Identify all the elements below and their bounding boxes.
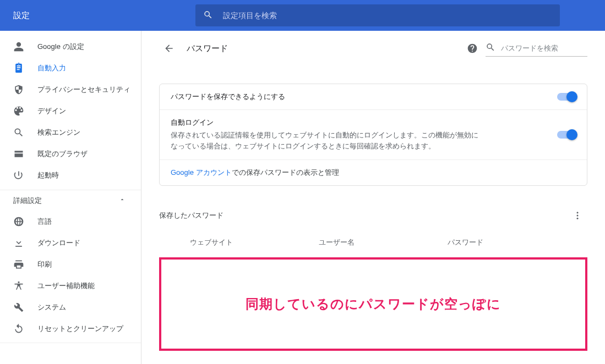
row-subtitle: 保存されている認証情報を使用してウェブサイトに自動的にログインします。この機能が… [171,130,484,152]
sidebar: Google の設定 自動入力 プライバシーとセキュリティ デザイン 検索エンジ… [0,31,141,364]
annotation-overlay: 同期しているのにパスワードが空っぽに [159,257,587,351]
password-search[interactable] [486,40,587,57]
clipboard-icon [13,63,24,74]
link-tail: での保存パスワードの表示と管理 [232,168,339,177]
sidebar-item-reset[interactable]: リセットとクリーンアップ [0,318,141,339]
search-icon [203,10,213,21]
sidebar-item-label: 言語 [24,217,52,227]
global-search-input[interactable] [213,11,552,20]
browser-icon [13,148,24,159]
chevron-up-icon [119,196,126,205]
person-icon [13,41,24,52]
search-icon [486,42,495,54]
svg-point-1 [577,215,579,217]
restore-icon [13,323,24,334]
palette-icon [13,106,24,117]
sidebar-item-default-browser[interactable]: 既定のブラウザ [0,144,141,165]
col-username: ユーザー名 [319,238,448,247]
sidebar-item-label: 起動時 [24,170,59,180]
sidebar-item-label: ユーザー補助機能 [24,281,95,291]
sidebar-item-label: リセットとクリーンアップ [24,324,123,334]
sidebar-item-label: 既定のブラウザ [24,149,88,159]
sidebar-item-autofill[interactable]: 自動入力 [0,58,141,79]
row-save-passwords: パスワードを保存できるようにする [160,84,587,109]
row-google-account-link[interactable]: Google アカウントでの保存パスワードの表示と管理 [160,159,587,185]
row-title: 自動ログイン [171,118,557,128]
toggle-save-passwords[interactable] [557,93,576,101]
sidebar-item-label: 印刷 [24,260,52,269]
col-website: ウェブサイト [190,238,319,247]
row-title: パスワードを保存できるようにする [171,92,557,102]
sidebar-item-system[interactable]: システム [0,296,141,318]
help-button[interactable] [462,38,482,58]
svg-point-0 [577,212,579,213]
sidebar-item-privacy[interactable]: プライバシーとセキュリティ [0,79,141,101]
shield-icon [13,84,24,95]
password-table-header: ウェブサイト ユーザー名 パスワード [159,225,587,254]
row-auto-login: 自動ログイン 保存されている認証情報を使用してウェブサイトに自動的にログインしま… [160,109,587,159]
sidebar-item-label: システム [24,302,66,312]
power-icon [13,170,24,181]
saved-passwords-title: 保存したパスワード [159,211,224,220]
sidebar-advanced-toggle[interactable]: 詳細設定 [0,190,141,211]
sidebar-item-label: ダウンロード [24,238,80,248]
link-head: Google アカウント [171,168,232,177]
globe-icon [13,216,24,227]
content: パスワード パスワードを保存できるようにする 自動ログイン 保存されている認証情… [141,31,605,364]
sidebar-item-accessibility[interactable]: ユーザー補助機能 [0,275,141,296]
sidebar-item-download[interactable]: ダウンロード [0,232,141,253]
sidebar-item-label: デザイン [24,106,66,116]
more-options-button[interactable] [568,206,587,225]
app-title: 設定 [0,10,195,21]
settings-card: パスワードを保存できるようにする 自動ログイン 保存されている認証情報を使用して… [159,84,587,186]
global-search[interactable] [195,4,560,26]
advanced-label: 詳細設定 [13,196,42,206]
sidebar-item-language[interactable]: 言語 [0,211,141,233]
page-title: パスワード [179,43,462,54]
accessibility-icon [13,280,24,291]
sidebar-item-label: 自動入力 [24,63,66,73]
sidebar-item-label: Google の設定 [24,42,84,52]
download-icon [13,238,24,249]
search-icon [13,127,24,138]
sidebar-item-label: 検索エンジン [24,128,80,137]
sidebar-item-design[interactable]: デザイン [0,101,141,122]
toggle-auto-login[interactable] [557,131,576,139]
col-password: パスワード [448,238,576,247]
sidebar-item-print[interactable]: 印刷 [0,253,141,275]
sidebar-item-label: プライバシーとセキュリティ [24,85,130,95]
annotation-text: 同期しているのにパスワードが空っぽに [246,295,501,313]
print-icon [13,259,24,270]
password-search-input[interactable] [495,44,593,52]
sidebar-item-search-engine[interactable]: 検索エンジン [0,122,141,144]
sidebar-item-startup[interactable]: 起動時 [0,165,141,186]
back-button[interactable] [159,38,179,58]
sidebar-item-google[interactable]: Google の設定 [0,36,141,58]
wrench-icon [13,302,24,313]
svg-point-2 [577,218,579,219]
sidebar-divider [0,343,141,364]
